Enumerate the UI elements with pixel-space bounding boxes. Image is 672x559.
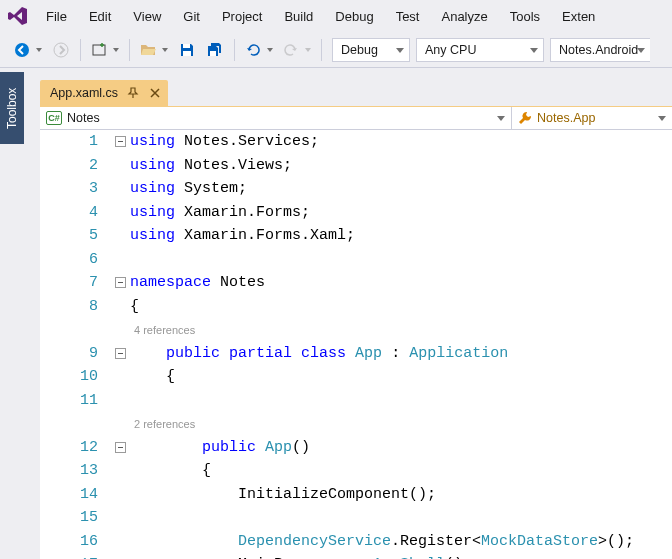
fold-toggle-icon[interactable] bbox=[115, 136, 126, 147]
separator bbox=[234, 39, 235, 61]
separator bbox=[129, 39, 130, 61]
svg-point-1 bbox=[54, 43, 68, 57]
line-number: 10 bbox=[40, 368, 110, 385]
toolbar: Debug Any CPU Notes.Android bbox=[0, 32, 672, 68]
code-line: 13 { bbox=[40, 459, 672, 483]
svg-point-0 bbox=[15, 43, 29, 57]
line-number: 8 bbox=[40, 298, 110, 315]
fold-toggle-icon[interactable] bbox=[115, 348, 126, 359]
codelens-line: 2 references bbox=[40, 412, 672, 436]
code-text: namespace Notes bbox=[130, 274, 265, 291]
undo-button[interactable] bbox=[241, 37, 277, 63]
code-text: using Notes.Views; bbox=[130, 157, 292, 174]
menu-tools[interactable]: Tools bbox=[500, 5, 550, 28]
line-number: 2 bbox=[40, 157, 110, 174]
nav-project-combo[interactable]: C# Notes bbox=[40, 107, 512, 129]
code-line: 10 { bbox=[40, 365, 672, 389]
menu-test[interactable]: Test bbox=[386, 5, 430, 28]
menu-analyze[interactable]: Analyze bbox=[431, 5, 497, 28]
code-line: 8{ bbox=[40, 295, 672, 319]
codelens-text[interactable]: 4 references bbox=[130, 324, 195, 336]
code-line: 16 DependencyService.Register<MockDataSt… bbox=[40, 530, 672, 554]
code-line: 5using Xamarin.Forms.Xaml; bbox=[40, 224, 672, 248]
line-number: 15 bbox=[40, 509, 110, 526]
codelens-line: 4 references bbox=[40, 318, 672, 342]
line-number: 13 bbox=[40, 462, 110, 479]
fold-toggle-icon[interactable] bbox=[115, 442, 126, 453]
close-icon[interactable] bbox=[148, 86, 162, 100]
menu-items: FileEditViewGitProjectBuildDebugTestAnal… bbox=[36, 5, 605, 28]
line-number: 16 bbox=[40, 533, 110, 550]
fold-toggle-icon[interactable] bbox=[115, 277, 126, 288]
fold-gutter[interactable] bbox=[110, 348, 130, 359]
menu-bar: FileEditViewGitProjectBuildDebugTestAnal… bbox=[0, 0, 672, 32]
line-number: 3 bbox=[40, 180, 110, 197]
save-all-button[interactable] bbox=[202, 37, 228, 63]
menu-view[interactable]: View bbox=[123, 5, 171, 28]
menu-debug[interactable]: Debug bbox=[325, 5, 383, 28]
separator bbox=[80, 39, 81, 61]
fold-gutter[interactable] bbox=[110, 136, 130, 147]
solution-platform-combo[interactable]: Any CPU bbox=[416, 38, 544, 62]
code-line: 11 bbox=[40, 389, 672, 413]
menu-edit[interactable]: Edit bbox=[79, 5, 121, 28]
code-line: 17 MainPage = new AppShell(); bbox=[40, 553, 672, 559]
line-number: 4 bbox=[40, 204, 110, 221]
toolbox-panel-tab[interactable]: Toolbox bbox=[0, 72, 24, 144]
code-line: 4using Xamarin.Forms; bbox=[40, 201, 672, 225]
code-text: using Xamarin.Forms; bbox=[130, 204, 310, 221]
code-text: using System; bbox=[130, 180, 247, 197]
code-text: { bbox=[130, 462, 211, 479]
code-line: 14 InitializeComponent(); bbox=[40, 483, 672, 507]
code-line: 2using Notes.Views; bbox=[40, 154, 672, 178]
codelens-text[interactable]: 2 references bbox=[130, 418, 195, 430]
solution-configuration-combo[interactable]: Debug bbox=[332, 38, 410, 62]
startup-project-combo[interactable]: Notes.Android bbox=[550, 38, 650, 62]
document-tab-active[interactable]: App.xaml.cs bbox=[40, 80, 168, 106]
fold-gutter[interactable] bbox=[110, 442, 130, 453]
new-project-button[interactable] bbox=[87, 37, 123, 63]
svg-rect-2 bbox=[93, 45, 105, 55]
line-number: 9 bbox=[40, 345, 110, 362]
menu-exten[interactable]: Exten bbox=[552, 5, 605, 28]
code-text: { bbox=[130, 368, 175, 385]
svg-rect-4 bbox=[183, 51, 191, 56]
tab-filename: App.xaml.cs bbox=[50, 86, 118, 100]
nav-forward-button[interactable] bbox=[48, 37, 74, 63]
line-number: 1 bbox=[40, 133, 110, 150]
combo-value: Notes.Android bbox=[559, 43, 638, 57]
redo-button[interactable] bbox=[279, 37, 315, 63]
combo-value: Debug bbox=[341, 43, 378, 57]
save-button[interactable] bbox=[174, 37, 200, 63]
menu-file[interactable]: File bbox=[36, 5, 77, 28]
code-line: 12 public App() bbox=[40, 436, 672, 460]
document-tab-strip: App.xaml.cs bbox=[40, 80, 672, 106]
editor-nav-bar: C# Notes Notes.App bbox=[40, 106, 672, 130]
menu-project[interactable]: Project bbox=[212, 5, 272, 28]
nav-type-label: Notes.App bbox=[537, 111, 595, 125]
pin-icon[interactable] bbox=[126, 86, 140, 100]
line-number: 12 bbox=[40, 439, 110, 456]
nav-type-combo[interactable]: Notes.App bbox=[512, 107, 672, 129]
fold-gutter[interactable] bbox=[110, 277, 130, 288]
open-file-button[interactable] bbox=[136, 37, 172, 63]
code-line: 7namespace Notes bbox=[40, 271, 672, 295]
code-text: using Notes.Services; bbox=[130, 133, 319, 150]
line-number: 5 bbox=[40, 227, 110, 244]
code-text: InitializeComponent(); bbox=[130, 486, 436, 503]
code-text: { bbox=[130, 298, 139, 315]
svg-rect-3 bbox=[183, 44, 190, 48]
menu-git[interactable]: Git bbox=[173, 5, 210, 28]
vs-logo-icon bbox=[6, 4, 30, 28]
line-number: 14 bbox=[40, 486, 110, 503]
combo-value: Any CPU bbox=[425, 43, 476, 57]
code-line: 6 bbox=[40, 248, 672, 272]
menu-build[interactable]: Build bbox=[274, 5, 323, 28]
line-number: 11 bbox=[40, 392, 110, 409]
code-editor[interactable]: 1using Notes.Services;2using Notes.Views… bbox=[40, 130, 672, 559]
code-line: 1using Notes.Services; bbox=[40, 130, 672, 154]
nav-back-button[interactable] bbox=[10, 37, 46, 63]
nav-project-label: Notes bbox=[67, 111, 100, 125]
svg-rect-5 bbox=[210, 51, 216, 56]
line-number: 6 bbox=[40, 251, 110, 268]
